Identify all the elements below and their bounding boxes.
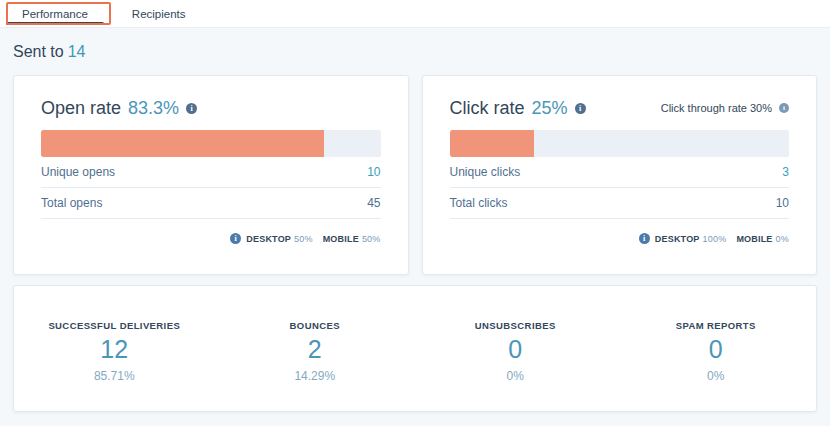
open-rate-title: Open rate — [41, 98, 121, 119]
total-clicks-row: Total clicks 10 — [450, 188, 790, 219]
open-rate-header: Open rate 83.3% i — [41, 95, 381, 121]
total-opens-value: 45 — [367, 196, 380, 210]
mobile-value: 0% — [776, 234, 789, 244]
stat-percent: 0% — [507, 369, 524, 383]
click-rate-info-icon[interactable]: i — [575, 103, 586, 114]
open-rate-value: 83.3% — [128, 98, 179, 119]
stat-label: BOUNCES — [290, 320, 340, 331]
stat-value[interactable]: 0 — [709, 336, 723, 364]
stat-label: UNSUBSCRIBES — [475, 320, 556, 331]
sent-to-label: Sent to — [13, 43, 64, 60]
open-rate-info-icon[interactable]: i — [186, 103, 197, 114]
total-clicks-label: Total clicks — [450, 196, 508, 210]
desktop-value: 100% — [703, 234, 727, 244]
active-tab-underline — [6, 22, 104, 25]
unique-opens-row: Unique opens 10 — [41, 157, 381, 188]
performance-page: Sent to14 Open rate 83.3% i Unique opens… — [0, 28, 830, 412]
stat-value[interactable]: 2 — [308, 336, 322, 364]
click-rate-bar-fill — [450, 130, 535, 157]
tab-recipients[interactable]: Recipients — [110, 0, 208, 27]
devices-info-icon[interactable]: i — [230, 233, 241, 244]
open-rate-devices-footer: i DESKTOP 50% MOBILE 50% — [41, 233, 381, 244]
open-rate-card: Open rate 83.3% i Unique opens 10 Total … — [13, 75, 409, 275]
total-clicks-value: 10 — [776, 196, 789, 210]
unique-clicks-row: Unique clicks 3 — [450, 157, 790, 188]
stat-value[interactable]: 0 — [508, 336, 522, 364]
tab-performance-label: Performance — [22, 8, 88, 20]
click-through-info-icon[interactable]: i — [779, 103, 789, 113]
click-rate-value: 25% — [532, 98, 568, 119]
sent-to-count[interactable]: 14 — [68, 43, 86, 60]
stat-unsubscribes: UNSUBSCRIBES 0 0% — [415, 314, 616, 383]
click-through-rate: Click through rate 30% i — [661, 102, 789, 114]
stat-successful-deliveries: SUCCESSFUL DELIVERIES 12 85.71% — [14, 314, 215, 383]
stat-label: SPAM REPORTS — [676, 320, 756, 331]
unique-opens-label: Unique opens — [41, 165, 115, 179]
stat-percent: 14.29% — [294, 369, 335, 383]
total-opens-row: Total opens 45 — [41, 188, 381, 219]
desktop-label: DESKTOP — [246, 234, 291, 244]
open-rate-bar-fill — [41, 130, 324, 157]
click-rate-devices-footer: i DESKTOP 100% MOBILE 0% — [450, 233, 790, 244]
tab-bar: Performance Recipients — [0, 0, 830, 28]
stat-value[interactable]: 12 — [100, 336, 128, 364]
click-rate-header: Click rate 25% i Click through rate 30% … — [450, 95, 790, 121]
unique-opens-value[interactable]: 10 — [367, 165, 380, 179]
sent-to-line: Sent to14 — [13, 28, 817, 75]
delivery-summary-card: SUCCESSFUL DELIVERIES 12 85.71% BOUNCES … — [13, 285, 817, 412]
stat-spam-reports: SPAM REPORTS 0 0% — [616, 314, 817, 383]
click-rate-card: Click rate 25% i Click through rate 30% … — [422, 75, 818, 275]
click-rate-title: Click rate — [450, 98, 525, 119]
mobile-label: MOBILE — [323, 234, 359, 244]
click-rate-bar-track — [450, 130, 790, 157]
metric-cards-row: Open rate 83.3% i Unique opens 10 Total … — [13, 75, 817, 275]
stat-label: SUCCESSFUL DELIVERIES — [48, 320, 180, 331]
open-rate-bar-track — [41, 130, 381, 157]
click-through-rate-label: Click through rate 30% — [661, 102, 772, 114]
total-opens-label: Total opens — [41, 196, 102, 210]
tab-performance[interactable]: Performance — [0, 0, 110, 27]
devices-info-icon[interactable]: i — [639, 233, 650, 244]
mobile-value: 50% — [362, 234, 381, 244]
mobile-label: MOBILE — [736, 234, 772, 244]
stat-bounces: BOUNCES 2 14.29% — [215, 314, 416, 383]
desktop-label: DESKTOP — [655, 234, 700, 244]
stat-percent: 85.71% — [94, 369, 135, 383]
tab-recipients-label: Recipients — [132, 8, 186, 20]
stat-percent: 0% — [707, 369, 724, 383]
unique-clicks-label: Unique clicks — [450, 165, 521, 179]
desktop-value: 50% — [294, 234, 313, 244]
unique-clicks-value[interactable]: 3 — [782, 165, 789, 179]
